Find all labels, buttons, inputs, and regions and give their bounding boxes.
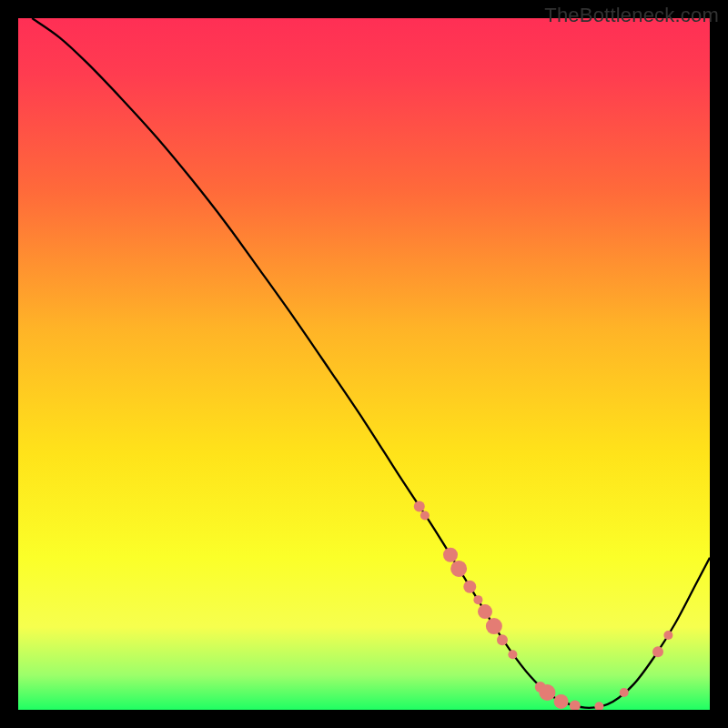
sample-point	[420, 511, 430, 520]
sample-point	[539, 684, 555, 701]
chart-container: TheBottleneck.com	[0, 0, 728, 728]
sample-point	[478, 604, 492, 619]
sample-points-group	[414, 501, 673, 710]
sample-point	[594, 702, 603, 710]
sample-point	[508, 650, 517, 659]
plot-area	[18, 18, 710, 710]
sample-point	[486, 618, 502, 634]
bottleneck-curve	[32, 18, 710, 708]
sample-point	[570, 700, 581, 710]
sample-point	[663, 631, 672, 640]
sample-point	[463, 581, 476, 593]
sample-point	[473, 595, 482, 604]
sample-point	[620, 688, 629, 697]
sample-point	[450, 561, 467, 577]
sample-point	[554, 694, 569, 709]
sample-point	[652, 646, 663, 657]
watermark-text: TheBottleneck.com	[544, 4, 719, 27]
sample-point	[443, 548, 458, 562]
sample-point	[414, 501, 425, 512]
sample-point	[497, 634, 508, 645]
chart-svg	[18, 18, 710, 710]
